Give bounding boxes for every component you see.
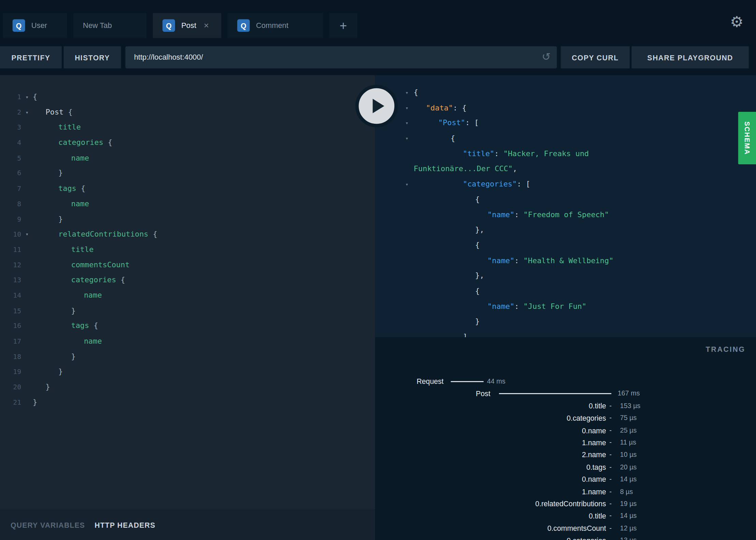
code-token: } [33, 398, 37, 406]
tab-label: User [31, 21, 47, 30]
history-button[interactable]: HISTORY [64, 46, 121, 69]
code-token: name [71, 153, 89, 162]
editor-line: 2▾Post { [0, 105, 375, 120]
fold-arrow-icon[interactable]: ▾ [402, 131, 412, 146]
timing-bar [451, 381, 483, 382]
code-token: } [58, 367, 63, 376]
line-number: 16 [0, 319, 21, 334]
tracing-dash: - [609, 412, 612, 424]
code-token: relatedContributions [58, 230, 148, 238]
line-number: 12 [0, 257, 21, 273]
response-line: { [375, 284, 756, 299]
response-line: ▾"Post": [ [375, 116, 756, 131]
code-token: } [58, 169, 63, 177]
endpoint-url-input[interactable] [125, 46, 557, 69]
code-text: { [414, 241, 480, 249]
editor-line: 5name [0, 151, 375, 166]
code-text: }, [414, 271, 484, 280]
code-token: Post [46, 108, 64, 116]
editor-line: 18} [0, 349, 375, 364]
code-token: : { [453, 103, 467, 112]
tab-http-headers[interactable]: HTTP HEADERS [94, 521, 155, 529]
code-text: } [33, 169, 63, 177]
fold-arrow-icon[interactable]: ▾ [402, 85, 412, 101]
code-token: commentsCount [71, 260, 129, 269]
response-line: }, [375, 269, 756, 284]
line-number: 3 [0, 120, 21, 135]
prettify-button[interactable]: PRETTIFY [0, 46, 62, 69]
tracing-label: 0.title [589, 510, 606, 522]
query-badge-icon: Q [13, 19, 25, 32]
query-badge-icon: Q [162, 19, 175, 32]
tracing-label: Post [476, 388, 490, 400]
editor-line: 17name [0, 334, 375, 349]
response-line: "title": "Hacker, Freaks und [375, 146, 756, 162]
code-token: : [514, 256, 523, 265]
editor-line: 12commentsCount [0, 257, 375, 273]
tab-user[interactable]: Q User [3, 13, 67, 38]
settings-gear-icon[interactable]: ⚙ [730, 14, 743, 29]
play-icon [373, 99, 384, 113]
code-text: Funktionäre...Der CCC", [414, 165, 517, 173]
editor-line: 7tags { [0, 181, 375, 197]
response-lines: ▾{▾"data": {▾"Post": [▾{"title": "Hacker… [375, 75, 756, 337]
close-tab-icon[interactable]: ✕ [203, 22, 209, 30]
code-token: { [414, 88, 418, 97]
code-text: "name": "Just For Fun" [414, 302, 586, 311]
fold-arrow-icon[interactable]: ▾ [22, 105, 32, 120]
code-token: { [63, 108, 72, 116]
tab-label: Comment [256, 21, 288, 30]
line-number: 14 [0, 288, 21, 303]
line-number: 8 [0, 196, 21, 212]
tracing-dash: - [609, 534, 612, 540]
fold-arrow-icon[interactable]: ▾ [22, 227, 32, 242]
execute-query-button[interactable] [355, 85, 398, 127]
code-text: tags { [33, 321, 98, 330]
editor-line: 3title [0, 120, 375, 135]
tab-comment[interactable]: Q Comment [228, 13, 323, 38]
code-token: name [71, 199, 89, 208]
code-token: { [475, 241, 480, 249]
code-token: { [148, 230, 157, 238]
share-playground-button[interactable]: SHARE PLAYGROUND [631, 46, 748, 69]
query-editor-pane[interactable]: 1▾{2▾Post {3title4categories {5name6}7ta… [0, 75, 375, 510]
tracing-time: 13 µs [620, 534, 637, 540]
fold-arrow-icon[interactable]: ▾ [402, 116, 412, 131]
tab-bar: Q User New Tab Q Post ✕ Q Comment + ⚙ [0, 0, 756, 46]
code-text: categories { [33, 276, 125, 284]
tab-post[interactable]: Q Post ✕ [153, 13, 221, 38]
code-text: name [33, 199, 89, 208]
tracing-time: 8 µs [620, 485, 633, 498]
code-token: } [71, 306, 75, 315]
response-line: "name": "Just For Fun" [375, 299, 756, 314]
editor-line: 8name [0, 196, 375, 212]
tracing-row: 0.categories-75 µs [375, 412, 756, 424]
code-text: "title": "Hacker, Freaks und [414, 149, 589, 158]
tracing-time: 75 µs [620, 412, 637, 424]
tab-label: New Tab [83, 21, 112, 30]
code-token: "name" [488, 256, 514, 265]
tab-new-tab[interactable]: New Tab [73, 13, 147, 38]
code-token: categories [58, 138, 103, 147]
fold-arrow-icon[interactable]: ▾ [22, 90, 32, 105]
code-token: { [76, 184, 85, 193]
tracing-row: 0.relatedContributions-19 µs [375, 498, 756, 510]
editor-line: 1▾{ [0, 90, 375, 105]
editor-line: 14name [0, 288, 375, 303]
code-token: "name" [488, 302, 514, 311]
copy-curl-button[interactable]: COPY CURL [561, 46, 630, 69]
code-text: ], [414, 332, 472, 337]
code-text: { [414, 134, 455, 142]
tracing-row: 0.tags-20 µs [375, 461, 756, 473]
fold-arrow-icon[interactable]: ▾ [402, 177, 412, 192]
code-token: { [451, 134, 455, 142]
schema-sidebar-tab[interactable]: SCHEMA [738, 112, 756, 164]
tracing-label: 0.relatedContributions [535, 498, 606, 510]
tracing-dash: - [609, 424, 612, 436]
add-tab-button[interactable]: + [329, 13, 357, 38]
line-number: 20 [0, 380, 21, 395]
tracing-row: 1.name-8 µs [375, 485, 756, 498]
tab-query-variables[interactable]: QUERY VARIABLES [11, 521, 85, 529]
fold-arrow-icon[interactable]: ▾ [402, 101, 412, 116]
reload-endpoint-icon[interactable]: ↺ [542, 51, 551, 62]
